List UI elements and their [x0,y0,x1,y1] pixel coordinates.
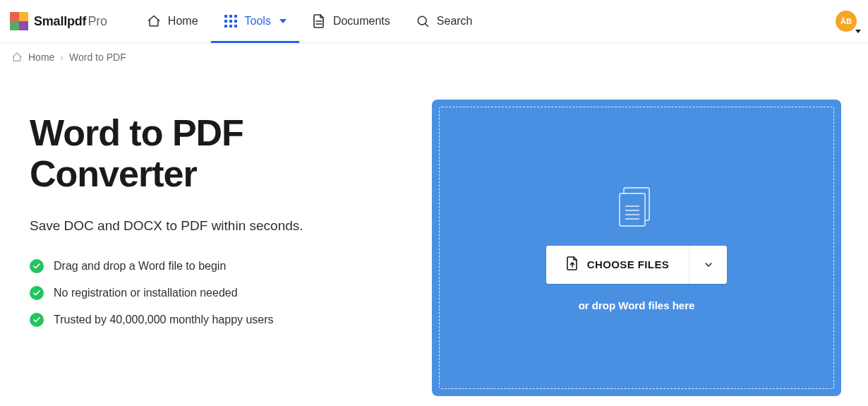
list-item: No registration or installation needed [30,286,382,300]
choose-files-label: CHOOSE FILES [587,258,669,270]
nav-label: Search [437,15,473,28]
avatar-initials: ÄB [840,17,852,25]
nav-label: Tools [245,15,271,28]
svg-rect-8 [234,25,237,28]
document-icon [312,14,326,28]
nav-home[interactable]: Home [134,0,211,42]
svg-rect-0 [224,15,227,18]
drop-hint: or drop Word files here [579,299,695,311]
svg-rect-2 [234,15,237,18]
avatar[interactable]: ÄB [836,11,857,32]
svg-rect-1 [229,15,232,18]
check-icon [30,286,44,300]
brand-name: SmallpdfPro [34,14,107,29]
brand[interactable]: SmallpdfPro [10,12,107,30]
list-item: Drag and drop a Word file to begin [30,259,382,273]
file-drop-zone[interactable]: CHOOSE FILES or drop Word files here [432,100,841,396]
feature-text: Trusted by 40,000,000 monthly happy user… [54,314,274,326]
upload-file-icon [566,256,579,273]
nav-tools[interactable]: Tools [211,0,299,42]
breadcrumb: Home › Word to PDF [0,43,868,71]
svg-rect-6 [224,25,227,28]
nav-label: Home [168,15,198,28]
breadcrumb-current: Word to PDF [69,52,126,63]
document-stack-icon [615,185,658,232]
brand-logo-icon [10,12,28,30]
breadcrumb-separator: › [60,52,64,63]
breadcrumb-home-link[interactable]: Home [28,52,54,63]
feature-text: Drag and drop a Word file to begin [54,260,226,273]
feature-list: Drag and drop a Word file to begin No re… [30,259,382,327]
page-title: Word to PDF Converter [30,112,382,194]
top-nav: SmallpdfPro Home Tools Documents [0,0,868,43]
svg-rect-5 [234,20,237,23]
grid-icon [224,14,238,28]
chevron-down-icon [703,259,714,270]
check-icon [30,259,44,273]
nav-search[interactable]: Search [403,0,486,42]
home-icon [147,14,161,28]
home-icon [11,52,23,63]
svg-rect-4 [229,20,232,23]
search-icon [416,14,430,28]
choose-files-dropdown[interactable] [689,246,727,284]
choose-files-button[interactable]: CHOOSE FILES [546,246,689,284]
page-subtitle: Save DOC and DOCX to PDF within seconds. [30,218,382,234]
brand-suffix: Pro [88,14,107,28]
svg-rect-7 [229,25,232,28]
nav-label: Documents [333,15,390,28]
svg-rect-3 [224,20,227,23]
svg-rect-11 [620,193,645,226]
main-content: Word to PDF Converter Save DOC and DOCX … [0,71,868,396]
list-item: Trusted by 40,000,000 monthly happy user… [30,313,382,327]
chevron-down-icon [279,19,287,23]
check-icon [30,313,44,327]
nav-documents[interactable]: Documents [299,0,403,42]
feature-text: No registration or installation needed [54,287,238,299]
